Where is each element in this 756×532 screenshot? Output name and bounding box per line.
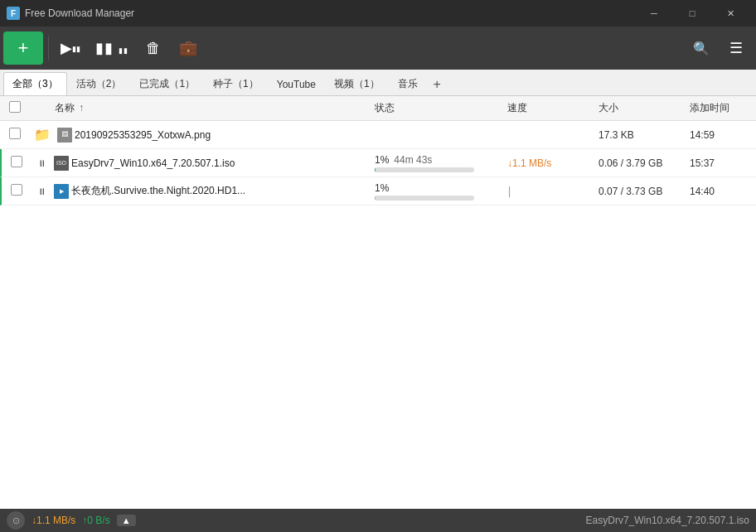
expand-button[interactable]: ▲: [117, 515, 136, 526]
trash-icon: 🗑: [146, 40, 161, 57]
row3-progress-pct: 1%: [375, 182, 389, 194]
row2-file-icon: ISO: [51, 156, 71, 171]
window-controls: ─ □ ✕: [635, 0, 749, 27]
row3-speed: │: [507, 186, 598, 197]
row1-folder-icon: 📁: [30, 127, 55, 143]
row3-progress-bar: [375, 196, 474, 201]
png-icon: 🖼: [57, 128, 72, 143]
row1-size: 17.3 KB: [598, 129, 690, 141]
network-icon: ⊙: [7, 511, 25, 530]
row2-progress-pct: 1%: [375, 154, 389, 166]
row2-status: 1% 44m 43s: [375, 154, 507, 172]
row1-file-icon: 🖼: [55, 128, 75, 143]
header-name[interactable]: 名称 ↑: [55, 101, 375, 115]
row3-file-icon: ▶: [51, 184, 71, 199]
search-button[interactable]: 🔍: [685, 31, 718, 65]
play-button[interactable]: ▶▮▮: [54, 31, 87, 65]
close-button[interactable]: ✕: [711, 0, 749, 27]
tab-done[interactable]: 已完成（1）: [130, 72, 204, 95]
toolbar: + ▶▮▮ ▮▮ ▮▮ 🗑 💼 🔍 ☰: [0, 27, 756, 70]
app-icon: F: [7, 7, 20, 20]
row2-time: 15:37: [690, 157, 756, 169]
maximize-button[interactable]: □: [673, 0, 711, 27]
tab-youtube[interactable]: YouTube: [268, 72, 325, 95]
row2-progress-fill: [375, 167, 376, 172]
row2-pause-ctrl[interactable]: ⏸: [32, 158, 51, 168]
header-check[interactable]: [0, 101, 30, 115]
row3-progress-fill: [375, 196, 376, 201]
row3-time: 14:40: [690, 186, 756, 197]
row1-checkbox[interactable]: [0, 128, 30, 142]
menu-button[interactable]: ☰: [720, 31, 753, 65]
statusbar: ⊙ ↓1.1 MB/s ↑0 B/s ▲ EasyDrv7_Win10.x64_…: [0, 509, 756, 532]
table-row[interactable]: 📁 🖼 20190925353295_XotxwA.png 17.3 KB 14…: [0, 121, 756, 149]
header-speed[interactable]: 速度: [507, 101, 598, 115]
table-row[interactable]: ⏸ ISO EasyDrv7_Win10.x64_7.20.507.1.iso …: [0, 149, 756, 177]
header-time[interactable]: 添加时间: [690, 101, 756, 115]
row3-pause-ctrl[interactable]: ⏸: [32, 186, 51, 196]
table-row[interactable]: ⏸ ▶ 长夜危机.Survive.the.Night.2020.HD1... 1…: [0, 177, 756, 206]
row2-filename: EasyDrv7_Win10.x64_7.20.507.1.iso: [71, 157, 375, 169]
row1-time: 14:59: [690, 129, 756, 141]
table-header: 名称 ↑ 状态 速度 大小 添加时间: [0, 96, 756, 121]
tab-bar: 全部（3） 活动（2） 已完成（1） 种子（1） YouTube 视频（1） 音…: [0, 70, 756, 96]
sort-arrow-icon: ↑: [79, 102, 84, 114]
row2-checkbox[interactable]: [2, 156, 32, 170]
toolbar-right: 🔍 ☰: [685, 31, 753, 65]
add-button[interactable]: +: [3, 31, 43, 65]
video-icon: ▶: [54, 184, 69, 199]
delete-button[interactable]: 🗑: [137, 31, 170, 65]
archive-button[interactable]: 💼: [172, 31, 205, 65]
row2-size: 0.06 / 3.79 GB: [598, 157, 690, 169]
pause-icon: ▮▮ ▮▮: [95, 39, 128, 57]
titlebar: F Free Download Manager ─ □ ✕: [0, 0, 756, 27]
tab-torrent[interactable]: 种子（1）: [204, 72, 268, 95]
pause-ctrl-icon[interactable]: ⏸: [37, 186, 46, 196]
iso-icon: ISO: [54, 156, 69, 171]
row3-size: 0.07 / 3.73 GB: [598, 186, 690, 197]
menu-icon: ☰: [729, 39, 744, 57]
upload-speed: ↑0 B/s: [82, 515, 109, 526]
app-title: Free Download Manager: [25, 7, 635, 19]
row2-progress-bar: [375, 167, 474, 172]
tab-active[interactable]: 活动（2）: [67, 72, 131, 95]
active-filename: EasyDrv7_Win10.x64_7.20.507.1.iso: [586, 515, 749, 526]
header-status[interactable]: 状态: [375, 101, 507, 115]
play-icon: ▶▮▮: [61, 39, 80, 57]
row3-status: 1%: [375, 182, 507, 201]
search-icon: 🔍: [693, 41, 710, 56]
header-size[interactable]: 大小: [598, 101, 690, 115]
download-speed: ↓1.1 MB/s: [32, 515, 75, 526]
tab-music[interactable]: 音乐: [389, 72, 427, 95]
row1-filename: 20190925353295_XotxwA.png: [75, 129, 375, 141]
download-list: 📁 🖼 20190925353295_XotxwA.png 17.3 KB 14…: [0, 121, 756, 509]
add-tab-button[interactable]: +: [427, 74, 448, 95]
row3-filename: 长夜危机.Survive.the.Night.2020.HD1...: [71, 184, 375, 198]
minimize-button[interactable]: ─: [635, 0, 673, 27]
pause-button[interactable]: ▮▮ ▮▮: [89, 31, 135, 65]
select-all-checkbox[interactable]: [9, 101, 21, 113]
row3-checkbox[interactable]: [2, 184, 32, 198]
pause-ctrl-icon[interactable]: ⏸: [37, 158, 46, 168]
briefcase-icon: 💼: [179, 39, 197, 57]
row2-eta: 44m 43s: [394, 154, 432, 166]
tab-all[interactable]: 全部（3）: [3, 72, 67, 95]
folder-icon: 📁: [34, 127, 51, 143]
row2-speed: ↓1.1 MB/s: [507, 157, 598, 169]
tab-video[interactable]: 视频（1）: [325, 72, 389, 95]
toolbar-divider: [48, 36, 49, 60]
